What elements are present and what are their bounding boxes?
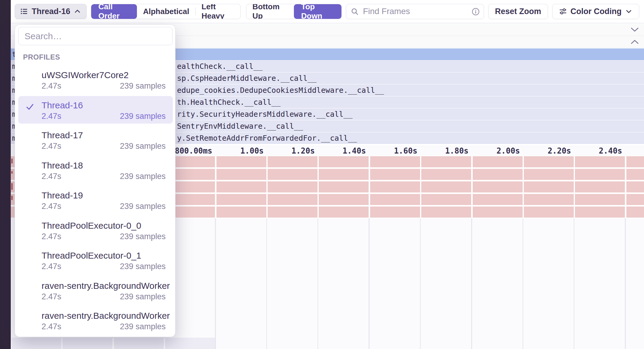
sort-option-alphabetical[interactable]: Alphabetical — [137, 4, 195, 19]
profile-name: Thread-17 — [42, 130, 83, 140]
flame-row-label: SentryEnvMiddleware.__call__ — [177, 120, 303, 132]
find-frames-field — [346, 4, 484, 19]
profile-name: raven-sentry.BackgroundWorker — [42, 281, 170, 291]
direction-option-bottom-up[interactable]: Bottom Up — [246, 4, 294, 19]
profile-duration: 2.47s — [42, 262, 61, 271]
direction-option-top-down[interactable]: Top Down — [294, 4, 341, 19]
left-dark-rail — [0, 0, 11, 349]
axis-tick: 2.20s — [548, 146, 571, 156]
axis-tick: 1.40s — [343, 146, 366, 156]
dropdown-item[interactable]: Thread-17 2.47s239 samples — [18, 126, 173, 154]
profile-name: Thread-19 — [42, 190, 83, 201]
sliders-icon — [559, 7, 567, 15]
profile-duration: 2.47s — [42, 112, 61, 121]
profile-samples: 239 samples — [120, 322, 166, 331]
list-icon — [20, 7, 28, 15]
axis-tick: 1.00s — [240, 146, 264, 156]
dropdown-item[interactable]: ThreadPoolExecutor-0_1 2.47s239 samples — [18, 246, 173, 274]
dropdown-item[interactable]: raven-sentry.BackgroundWorker 2.47s239 s… — [18, 306, 173, 334]
profile-name: Thread-18 — [42, 160, 83, 171]
flame-row-label: ealthCheck.__call__ — [177, 60, 263, 72]
flame-row-label: th.HealthCheck.__call__ — [177, 96, 280, 108]
profile-name: Thread-16 — [42, 100, 83, 110]
profile-samples: 239 samples — [120, 81, 166, 91]
axis-tick: 1.80s — [445, 146, 468, 156]
dropdown-section-label: PROFILES — [23, 53, 60, 61]
profile-name: ThreadPoolExecutor-0_0 — [42, 221, 141, 231]
minimap-frame-fragment — [11, 183, 13, 190]
toolbar: Thread-16 Call Order Alphabetical Left H… — [11, 0, 644, 23]
profile-samples: 239 samples — [120, 202, 166, 211]
profiler-flamegraph-view: Thread-16 Call Order Alphabetical Left H… — [0, 0, 644, 349]
profile-name: uWSGIWorker7Core2 — [42, 70, 129, 80]
flame-row-label: sp.CspHeaderMiddleware.__call__ — [177, 72, 317, 84]
profile-samples: 239 samples — [120, 262, 166, 271]
sort-option-left-heavy[interactable]: Left Heavy — [196, 4, 240, 19]
minimap-frame-fragment — [11, 171, 13, 174]
sort-segmented-control: Call Order Alphabetical Left Heavy — [91, 4, 241, 19]
profile-duration: 2.47s — [42, 142, 61, 151]
dropdown-item[interactable]: ThreadPoolExecutor-0_0 2.47s239 samples — [18, 216, 173, 244]
dropdown-item[interactable]: Thread-18 2.47s239 samples — [18, 156, 173, 184]
thread-selector-label: Thread-16 — [32, 7, 70, 16]
minimap-frame-fragment — [11, 159, 13, 163]
reset-zoom-label: Reset Zoom — [495, 7, 541, 16]
chevron-down-icon — [625, 8, 632, 15]
bottom-frame-band — [11, 338, 215, 349]
profile-samples: 239 samples — [120, 142, 166, 151]
profile-duration: 2.47s — [42, 172, 61, 181]
profile-name: raven-sentry.BackgroundWorker — [42, 311, 170, 321]
chevron-up-icon — [74, 8, 81, 15]
info-icon[interactable] — [471, 7, 480, 16]
profile-duration: 2.47s — [42, 292, 61, 301]
flame-row-label: y.SetRemoteAddrFromForwardedFor.__call__ — [177, 132, 357, 144]
chevron-up-icon[interactable] — [630, 39, 639, 45]
profile-name: ThreadPoolExecutor-0_1 — [42, 251, 141, 261]
direction-segmented-control: Bottom Up Top Down — [246, 4, 342, 19]
dropdown-item-selected[interactable]: Thread-16 2.47s239 samples — [18, 96, 173, 124]
axis-tick: 800.00ms — [175, 146, 212, 156]
profile-duration: 2.47s — [42, 81, 61, 91]
find-frames-input[interactable] — [346, 4, 484, 19]
color-coding-label: Color Coding — [570, 7, 622, 16]
check-icon — [25, 102, 35, 112]
profile-samples: 239 samples — [120, 112, 166, 121]
axis-tick: 2.40s — [599, 146, 622, 156]
thread-selector-button[interactable]: Thread-16 — [15, 4, 87, 19]
profile-duration: 2.47s — [42, 202, 61, 211]
axis-tick: 1.60s — [394, 146, 417, 156]
flame-row-label: rity.SecurityHeadersMiddleware.__call__ — [177, 108, 352, 120]
axis-tick: 2.00s — [497, 146, 520, 156]
reset-zoom-button[interactable]: Reset Zoom — [488, 4, 548, 19]
dropdown-search-input[interactable] — [18, 27, 173, 45]
axis-tick: 1.20s — [292, 146, 315, 156]
sort-option-call-order[interactable]: Call Order — [91, 4, 137, 19]
thread-dropdown: PROFILES uWSGIWorker7Core2 2.47s239 samp… — [15, 25, 176, 337]
dropdown-item[interactable]: raven-sentry.BackgroundWorker 2.47s239 s… — [18, 277, 173, 304]
profile-samples: 239 samples — [120, 172, 166, 181]
profile-samples: 239 samples — [120, 292, 166, 301]
profile-duration: 2.47s — [42, 232, 61, 241]
color-coding-button[interactable]: Color Coding — [552, 4, 639, 19]
chevron-down-icon[interactable] — [630, 27, 639, 32]
minimap-frame-fragment — [11, 196, 13, 200]
dropdown-item[interactable]: uWSGIWorker7Core2 2.47s239 samples — [18, 66, 173, 93]
search-icon — [351, 7, 359, 16]
dropdown-item[interactable]: Thread-19 2.47s239 samples — [18, 186, 173, 214]
profile-samples: 239 samples — [120, 232, 166, 241]
profile-duration: 2.47s — [42, 322, 61, 331]
flame-row-label: edupe_cookies.DedupeCookiesMiddleware.__… — [177, 84, 384, 96]
